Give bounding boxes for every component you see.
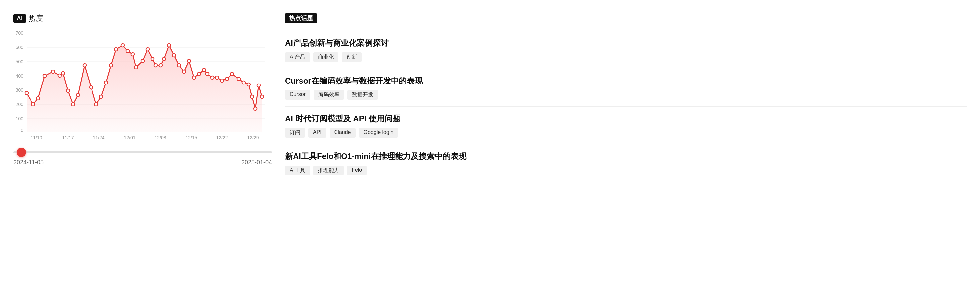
- section-header: 热点话题: [285, 13, 967, 23]
- svg-text:700: 700: [16, 30, 24, 36]
- svg-point-55: [182, 70, 186, 73]
- svg-point-38: [99, 95, 103, 98]
- topic-tags-3: AI工具推理能力Felo: [285, 166, 967, 175]
- slider-container[interactable]: [13, 149, 272, 156]
- tag-0-2[interactable]: 创新: [342, 52, 362, 62]
- svg-point-53: [172, 54, 176, 57]
- date-range-slider-section: 2024-11-05 2025-01-04: [13, 149, 272, 166]
- svg-point-58: [197, 72, 200, 76]
- tag-2-0[interactable]: 订阅: [285, 128, 305, 138]
- tag-3-0[interactable]: AI工具: [285, 166, 310, 175]
- topic-title-1: Cursor在编码效率与数据开发中的表现: [285, 76, 967, 86]
- svg-point-66: [237, 77, 240, 81]
- svg-text:300: 300: [16, 87, 24, 93]
- svg-point-35: [83, 64, 86, 67]
- svg-point-39: [105, 81, 108, 84]
- tag-0-1[interactable]: 商业化: [313, 52, 339, 62]
- svg-point-72: [260, 95, 264, 98]
- svg-text:12/29: 12/29: [247, 135, 259, 140]
- svg-text:200: 200: [16, 102, 24, 107]
- svg-text:12/01: 12/01: [124, 135, 135, 140]
- slider-start-label: 2024-11-05: [13, 159, 44, 166]
- slider-thumb[interactable]: [17, 148, 26, 157]
- svg-point-67: [242, 81, 245, 84]
- topic-title-0: AI产品创新与商业化案例探讨: [285, 38, 967, 48]
- topic-item-1: Cursor在编码效率与数据开发中的表现Cursor编码效率数据开发: [285, 69, 967, 107]
- svg-point-34: [76, 94, 80, 97]
- topic-tags-2: 订阅APIClaudeGoogle login: [285, 128, 967, 138]
- svg-point-37: [94, 103, 98, 106]
- topic-item-2: AI 时代订阅模型及 API 使用问题订阅APIClaudeGoogle log…: [285, 107, 967, 144]
- svg-point-28: [43, 74, 46, 78]
- svg-point-70: [254, 107, 257, 110]
- svg-point-71: [257, 84, 260, 87]
- slider-track: [13, 151, 272, 153]
- topic-tags-1: Cursor编码效率数据开发: [285, 90, 967, 100]
- svg-point-43: [126, 49, 129, 53]
- svg-text:12/15: 12/15: [185, 135, 197, 140]
- svg-text:0: 0: [21, 128, 23, 133]
- ai-heat-chart: 700 600 500 400 300 200 100 0 11/10 11/1…: [13, 30, 272, 143]
- svg-point-48: [151, 57, 154, 60]
- topic-tags-0: AI产品商业化创新: [285, 52, 967, 62]
- tag-1-1[interactable]: 编码效率: [313, 90, 344, 100]
- ai-badge: AI: [13, 14, 26, 22]
- svg-text:500: 500: [16, 59, 24, 64]
- svg-point-52: [167, 44, 171, 47]
- svg-text:100: 100: [16, 116, 24, 121]
- svg-marker-24: [27, 45, 262, 132]
- svg-point-56: [187, 59, 191, 63]
- tag-2-3[interactable]: Google login: [359, 128, 398, 138]
- svg-point-40: [110, 64, 113, 67]
- svg-text:12/08: 12/08: [154, 135, 166, 140]
- svg-point-51: [162, 57, 166, 60]
- tag-2-1[interactable]: API: [308, 128, 326, 138]
- chart-title-text: 热度: [29, 13, 43, 23]
- svg-point-27: [37, 97, 40, 100]
- svg-text:11/10: 11/10: [30, 135, 42, 140]
- svg-point-49: [154, 64, 158, 67]
- svg-point-63: [221, 79, 224, 82]
- svg-point-47: [146, 48, 149, 51]
- svg-point-45: [134, 66, 138, 69]
- svg-point-57: [192, 76, 196, 79]
- slider-labels: 2024-11-05 2025-01-04: [13, 159, 272, 166]
- svg-point-33: [71, 103, 75, 106]
- svg-point-42: [121, 44, 124, 47]
- svg-text:11/17: 11/17: [62, 135, 73, 140]
- tag-3-2[interactable]: Felo: [347, 166, 367, 175]
- svg-point-60: [205, 72, 209, 76]
- tag-1-0[interactable]: Cursor: [285, 90, 310, 100]
- svg-text:600: 600: [16, 45, 24, 50]
- topic-item-3: 新AI工具Felo和O1-mini在推理能力及搜索中的表现AI工具推理能力Fel…: [285, 144, 967, 182]
- topic-item-0: AI产品创新与商业化案例探讨AI产品商业化创新: [285, 31, 967, 69]
- tag-2-2[interactable]: Claude: [329, 128, 356, 138]
- svg-point-62: [215, 76, 219, 79]
- tag-3-1[interactable]: 推理能力: [313, 166, 344, 175]
- svg-point-69: [250, 95, 254, 98]
- svg-point-50: [159, 64, 162, 67]
- svg-point-44: [131, 53, 134, 56]
- svg-point-25: [25, 92, 28, 95]
- svg-text:12/22: 12/22: [216, 135, 228, 140]
- left-panel: AI 热度 700 600 500 400 300 200 100 0 11/1…: [13, 13, 272, 166]
- svg-point-54: [177, 64, 181, 67]
- hot-topics-badge: 热点话题: [285, 13, 317, 23]
- svg-point-65: [231, 72, 234, 76]
- main-container: AI 热度 700 600 500 400 300 200 100 0 11/1…: [13, 6, 967, 275]
- svg-point-59: [202, 68, 205, 71]
- svg-point-41: [115, 48, 118, 51]
- tag-1-2[interactable]: 数据开发: [347, 90, 378, 100]
- svg-point-68: [247, 83, 250, 86]
- svg-text:400: 400: [16, 73, 24, 79]
- svg-point-32: [66, 89, 70, 92]
- right-panel: 热点话题 AI产品创新与商业化案例探讨AI产品商业化创新Cursor在编码效率与…: [285, 13, 967, 182]
- topic-title-3: 新AI工具Felo和O1-mini在推理能力及搜索中的表现: [285, 151, 967, 162]
- svg-point-30: [58, 74, 61, 77]
- topics-list: AI产品创新与商业化案例探讨AI产品商业化创新Cursor在编码效率与数据开发中…: [285, 31, 967, 182]
- chart-title: AI 热度: [13, 13, 272, 23]
- svg-point-31: [61, 71, 65, 75]
- tag-0-0[interactable]: AI产品: [285, 52, 310, 62]
- svg-point-61: [210, 76, 214, 79]
- svg-point-46: [141, 59, 144, 63]
